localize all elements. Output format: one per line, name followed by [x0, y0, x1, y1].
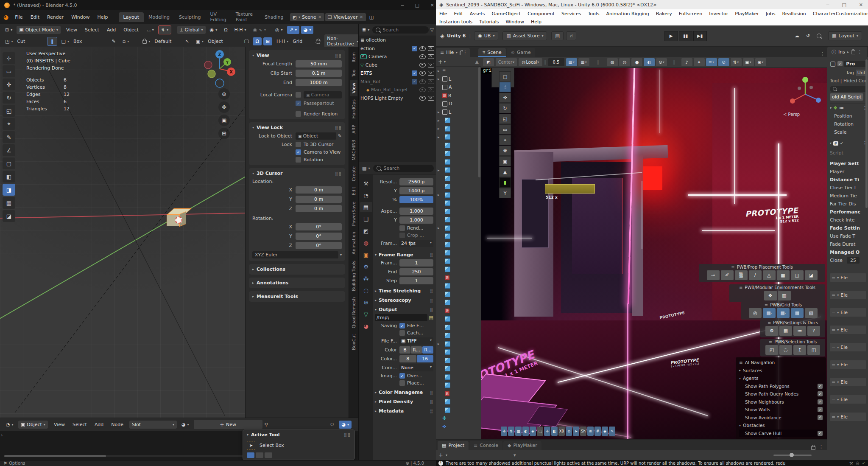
unity-menu-file[interactable]: File — [439, 11, 447, 17]
hierarchy-row[interactable] — [436, 149, 481, 158]
n-panel-tab-edit[interactable]: Edit — [350, 184, 357, 198]
select-mode-extend-icon[interactable] — [256, 452, 263, 458]
grid-icon-0[interactable]: ▦▾ — [566, 58, 577, 66]
axis-value[interactable]: 0° — [296, 223, 342, 230]
hierarchy-scrollbar[interactable] — [478, 67, 480, 177]
element-row-2[interactable]: =▾Ele — [830, 308, 866, 317]
script-toggle[interactable]: ✓ — [840, 140, 844, 146]
pwb-button-3-0[interactable]: ⚙ — [765, 326, 778, 336]
inspector-search[interactable] — [830, 86, 867, 92]
pwb-button-2-0[interactable]: ◎ — [749, 308, 762, 318]
drag-handle-icon[interactable]: ≡ — [769, 340, 772, 344]
archive-icon[interactable]: ▤ — [551, 31, 563, 40]
active-checkbox[interactable]: ✓ — [837, 61, 843, 66]
hierarchy-row[interactable]: ▸ — [436, 340, 481, 348]
render-region-checkbox[interactable] — [296, 111, 301, 117]
scene-content[interactable]: 512 x PROTOTYPE 1 x 1 METER 512 x 512 PR… — [481, 68, 827, 439]
unity-menu-instarion-tools[interactable]: Instarion tools — [439, 19, 472, 25]
transform-tool[interactable]: ⌖ — [499, 135, 511, 145]
hierarchy-row[interactable] — [436, 282, 481, 290]
pwb-button-2-4[interactable]: ▧ — [805, 308, 818, 318]
axis-value[interactable]: 0° — [296, 233, 342, 240]
hand-tool[interactable]: ☝ — [499, 82, 511, 92]
section-time-stretching[interactable]: ▸Time Stretching⣿ — [375, 288, 433, 294]
cloud-icon[interactable]: ☁ — [795, 33, 799, 39]
foldout-arrow[interactable]: ▸ — [438, 69, 441, 73]
compression-dropdown[interactable]: None▾ — [399, 364, 433, 371]
overlay-node-icon[interactable]: ◕▾ — [339, 421, 352, 429]
foldout-arrow[interactable]: ▸ — [438, 126, 441, 131]
slot-selector[interactable]: Slot▾ — [129, 421, 177, 429]
tool-button-0[interactable]: ⊹ — [3, 52, 15, 64]
unity-menu-invector[interactable]: Invector — [709, 11, 728, 17]
hide-eye-icon[interactable] — [419, 54, 426, 59]
minimize-button[interactable]: ─ — [401, 3, 404, 8]
hierarchy-row[interactable]: ▸ — [436, 224, 481, 233]
hierarchy-row[interactable] — [436, 290, 481, 299]
unity-menu-tutorials[interactable]: Tutorials — [479, 19, 499, 25]
blender-menu-logo-icon[interactable]: ◕ — [3, 14, 8, 20]
drag-handle-icon[interactable]: = — [832, 362, 835, 368]
tab-console[interactable]: ≣Console — [469, 441, 502, 450]
ai-section-obstacles[interactable]: ▾Obstacles — [739, 421, 823, 430]
close-value-field[interactable]: 25 — [847, 257, 860, 264]
hierarchy-row[interactable] — [436, 174, 481, 183]
tool-button-7[interactable]: ∠ — [3, 144, 15, 156]
blender-menu-window[interactable]: Window — [67, 13, 93, 21]
format-dropdown[interactable]: ▣ TIFF▾ — [399, 337, 433, 345]
orientation-dropdown[interactable]: ◎Local▾ — [519, 58, 542, 66]
tab-hierarchy[interactable]: ≣Hie▸⋮ — [436, 48, 470, 57]
drag-handle-icon[interactable]: = — [832, 379, 835, 385]
inspector-field[interactable]: Fade Durat — [830, 240, 867, 248]
unity-menu-fullscreen[interactable]: Fullscreen — [679, 11, 702, 17]
ai-option-checkbox[interactable]: ✓ — [818, 415, 823, 420]
shader-type-selector[interactable]: ▣ Object▾ — [18, 421, 48, 429]
pause-button[interactable]: ▮▮ — [679, 31, 692, 41]
account-dropdown[interactable]: ◉UB▾ — [474, 31, 498, 40]
element-row-1[interactable]: =▾Ele — [830, 291, 866, 299]
unlock-icon[interactable] — [313, 37, 323, 45]
hierarchy-row[interactable] — [436, 398, 481, 406]
unity-menu-services[interactable]: Services — [561, 11, 581, 17]
editor-icon[interactable]: ◔▾ — [3, 421, 16, 429]
viewport-menu-add[interactable]: Add — [103, 26, 120, 34]
hierarchy-row[interactable] — [436, 158, 481, 166]
hierarchy-row[interactable] — [436, 216, 481, 224]
hide-eye-icon[interactable] — [419, 63, 426, 67]
minimize-button[interactable]: ─ — [826, 2, 829, 8]
axis-value[interactable]: 0 m — [296, 196, 342, 203]
element-row-4[interactable]: =▾Ele — [830, 343, 866, 351]
hierarchy-row[interactable]: 玩 — [436, 307, 481, 315]
pwb-button-3-3[interactable]: ? — [807, 326, 820, 336]
box-label[interactable]: Box — [73, 39, 82, 44]
lock-checkbox[interactable] — [296, 142, 301, 147]
snap-value-field[interactable]: 0.5 — [548, 58, 564, 66]
foldout-arrow[interactable]: ▸ — [438, 226, 441, 230]
n-panel-tab-item[interactable]: Item — [350, 49, 357, 65]
pwb-button-0-5[interactable]: ▦ — [777, 270, 790, 280]
inspector-scrollbar[interactable] — [865, 59, 868, 208]
collapse-arrow[interactable]: › — [1, 432, 3, 438]
cutter-help-icon[interactable]: ❚ — [47, 37, 57, 46]
outliner-row[interactable]: ◆Man_Bot_Target — [359, 86, 436, 94]
persp-label[interactable]: < Persp — [783, 112, 800, 117]
outliner-search[interactable]: Search — [372, 26, 428, 34]
mute-icon[interactable]: ⚒ — [849, 461, 853, 466]
hierarchy-row[interactable] — [436, 208, 481, 216]
pwb-button-3-2[interactable]: ≔ — [793, 326, 806, 336]
color-depth-option[interactable]: 16 — [417, 355, 434, 362]
prop-checkbox[interactable]: ✓ — [399, 323, 405, 328]
ai-option-checkbox[interactable]: ✓ — [818, 399, 823, 404]
bottom-tool-3[interactable]: ◐ — [522, 427, 529, 436]
properties-tab-particles[interactable]: ⁂ — [360, 273, 372, 284]
scale-tool[interactable]: ◱ — [499, 114, 511, 124]
properties-tab-data[interactable]: ▽ — [360, 309, 372, 319]
hierarchy-row[interactable] — [436, 241, 481, 249]
output-path-field[interactable]: /tmp\ — [375, 314, 427, 321]
bottom-tool-5[interactable] — [537, 427, 543, 436]
shader-menu-view[interactable]: View — [50, 421, 69, 429]
particle-tool[interactable]: ❋ — [499, 146, 511, 156]
hierarchy-row[interactable]: D — [436, 100, 481, 108]
prop-checkbox[interactable] — [399, 233, 405, 238]
hierarchy-row[interactable] — [436, 182, 481, 191]
